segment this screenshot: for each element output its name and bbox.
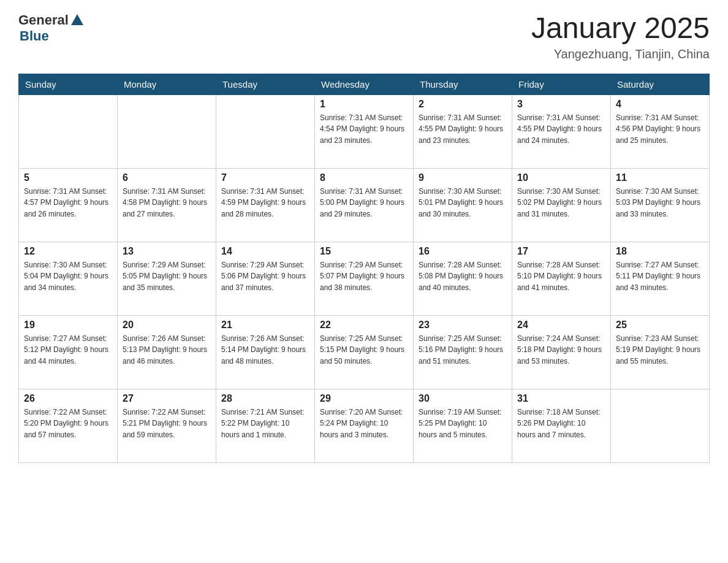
day-number: 28 [221,393,309,404]
day-cell-3: 3Sunrise: 7:31 AM Sunset: 4:55 PM Daylig… [512,94,611,168]
month-title: January 2025 [531,12,710,45]
day-number: 17 [517,246,605,257]
calendar-week-4: 19Sunrise: 7:27 AM Sunset: 5:12 PM Dayli… [19,315,710,389]
day-number: 8 [320,172,408,183]
empty-cell [216,94,315,168]
day-info: Sunrise: 7:27 AM Sunset: 5:11 PM Dayligh… [616,259,704,294]
day-cell-9: 9Sunrise: 7:30 AM Sunset: 5:01 PM Daylig… [414,168,512,242]
day-cell-2: 2Sunrise: 7:31 AM Sunset: 4:55 PM Daylig… [414,94,512,168]
day-header-sunday: Sunday [19,74,118,94]
day-number: 20 [123,320,211,331]
day-info: Sunrise: 7:23 AM Sunset: 5:19 PM Dayligh… [616,333,704,367]
day-number: 22 [320,320,408,331]
day-info: Sunrise: 7:29 AM Sunset: 5:06 PM Dayligh… [221,259,309,294]
day-number: 23 [419,320,507,331]
day-number: 7 [221,172,309,183]
day-info: Sunrise: 7:24 AM Sunset: 5:18 PM Dayligh… [517,333,605,367]
day-cell-28: 28Sunrise: 7:21 AM Sunset: 5:22 PM Dayli… [216,389,315,462]
day-cell-5: 5Sunrise: 7:31 AM Sunset: 4:57 PM Daylig… [19,168,118,242]
day-number: 31 [517,393,605,404]
empty-cell [118,94,216,168]
day-cell-13: 13Sunrise: 7:29 AM Sunset: 5:05 PM Dayli… [118,242,216,315]
calendar-week-1: 1Sunrise: 7:31 AM Sunset: 4:54 PM Daylig… [19,94,710,168]
day-number: 24 [517,320,605,331]
day-info: Sunrise: 7:25 AM Sunset: 5:15 PM Dayligh… [320,333,408,367]
day-cell-29: 29Sunrise: 7:20 AM Sunset: 5:24 PM Dayli… [315,389,414,462]
day-info: Sunrise: 7:28 AM Sunset: 5:10 PM Dayligh… [517,259,605,294]
day-header-saturday: Saturday [611,74,710,94]
day-number: 10 [517,172,605,183]
day-cell-25: 25Sunrise: 7:23 AM Sunset: 5:19 PM Dayli… [611,315,710,389]
day-number: 3 [517,99,605,110]
empty-cell [611,389,710,462]
location-title: Yangezhuang, Tianjin, China [531,47,710,61]
logo-blue-text: Blue [20,28,49,44]
day-cell-31: 31Sunrise: 7:18 AM Sunset: 5:26 PM Dayli… [512,389,611,462]
day-number: 26 [24,393,112,404]
day-header-monday: Monday [118,74,216,94]
day-cell-14: 14Sunrise: 7:29 AM Sunset: 5:06 PM Dayli… [216,242,315,315]
page-header: General Blue January 2025 Yangezhuang, T… [18,12,710,61]
day-info: Sunrise: 7:20 AM Sunset: 5:24 PM Dayligh… [320,407,408,441]
day-info: Sunrise: 7:18 AM Sunset: 5:26 PM Dayligh… [517,407,605,441]
day-info: Sunrise: 7:25 AM Sunset: 5:16 PM Dayligh… [419,333,507,367]
day-header-wednesday: Wednesday [315,74,414,94]
calendar-week-2: 5Sunrise: 7:31 AM Sunset: 4:57 PM Daylig… [19,168,710,242]
day-info: Sunrise: 7:31 AM Sunset: 5:00 PM Dayligh… [320,186,408,220]
day-info: Sunrise: 7:31 AM Sunset: 4:55 PM Dayligh… [517,112,605,147]
day-cell-22: 22Sunrise: 7:25 AM Sunset: 5:15 PM Dayli… [315,315,414,389]
day-info: Sunrise: 7:31 AM Sunset: 4:58 PM Dayligh… [123,186,211,220]
day-number: 16 [419,246,507,257]
day-number: 25 [616,320,704,331]
day-info: Sunrise: 7:28 AM Sunset: 5:08 PM Dayligh… [419,259,507,294]
day-cell-24: 24Sunrise: 7:24 AM Sunset: 5:18 PM Dayli… [512,315,611,389]
day-number: 15 [320,246,408,257]
day-number: 30 [419,393,507,404]
day-cell-30: 30Sunrise: 7:19 AM Sunset: 5:25 PM Dayli… [414,389,512,462]
day-cell-18: 18Sunrise: 7:27 AM Sunset: 5:11 PM Dayli… [611,242,710,315]
header-row: SundayMondayTuesdayWednesdayThursdayFrid… [19,74,710,94]
day-number: 12 [24,246,112,257]
day-cell-16: 16Sunrise: 7:28 AM Sunset: 5:08 PM Dayli… [414,242,512,315]
day-number: 27 [123,393,211,404]
empty-cell [19,94,118,168]
day-info: Sunrise: 7:31 AM Sunset: 4:59 PM Dayligh… [221,186,309,220]
day-cell-17: 17Sunrise: 7:28 AM Sunset: 5:10 PM Dayli… [512,242,611,315]
day-cell-7: 7Sunrise: 7:31 AM Sunset: 4:59 PM Daylig… [216,168,315,242]
logo-general-text: General [18,12,69,28]
day-number: 2 [419,99,507,110]
day-cell-23: 23Sunrise: 7:25 AM Sunset: 5:16 PM Dayli… [414,315,512,389]
logo: General Blue [18,12,85,44]
calendar-header: SundayMondayTuesdayWednesdayThursdayFrid… [19,74,710,94]
day-info: Sunrise: 7:31 AM Sunset: 4:57 PM Dayligh… [24,186,112,220]
day-info: Sunrise: 7:30 AM Sunset: 5:04 PM Dayligh… [24,259,112,294]
day-info: Sunrise: 7:22 AM Sunset: 5:21 PM Dayligh… [123,407,211,441]
day-number: 5 [24,172,112,183]
day-number: 1 [320,99,408,110]
day-number: 4 [616,99,704,110]
day-info: Sunrise: 7:31 AM Sunset: 4:55 PM Dayligh… [419,112,507,147]
day-number: 9 [419,172,507,183]
day-cell-10: 10Sunrise: 7:30 AM Sunset: 5:02 PM Dayli… [512,168,611,242]
day-number: 14 [221,246,309,257]
day-cell-11: 11Sunrise: 7:30 AM Sunset: 5:03 PM Dayli… [611,168,710,242]
day-header-thursday: Thursday [414,74,512,94]
day-info: Sunrise: 7:29 AM Sunset: 5:05 PM Dayligh… [123,259,211,294]
day-cell-6: 6Sunrise: 7:31 AM Sunset: 4:58 PM Daylig… [118,168,216,242]
day-cell-19: 19Sunrise: 7:27 AM Sunset: 5:12 PM Dayli… [19,315,118,389]
day-number: 11 [616,172,704,183]
day-info: Sunrise: 7:31 AM Sunset: 4:54 PM Dayligh… [320,112,408,147]
calendar-week-3: 12Sunrise: 7:30 AM Sunset: 5:04 PM Dayli… [19,242,710,315]
day-info: Sunrise: 7:29 AM Sunset: 5:07 PM Dayligh… [320,259,408,294]
day-header-tuesday: Tuesday [216,74,315,94]
day-cell-27: 27Sunrise: 7:22 AM Sunset: 5:21 PM Dayli… [118,389,216,462]
day-info: Sunrise: 7:30 AM Sunset: 5:01 PM Dayligh… [419,186,507,220]
day-info: Sunrise: 7:21 AM Sunset: 5:22 PM Dayligh… [221,407,309,441]
day-cell-15: 15Sunrise: 7:29 AM Sunset: 5:07 PM Dayli… [315,242,414,315]
day-cell-20: 20Sunrise: 7:26 AM Sunset: 5:13 PM Dayli… [118,315,216,389]
day-cell-21: 21Sunrise: 7:26 AM Sunset: 5:14 PM Dayli… [216,315,315,389]
svg-marker-0 [71,14,83,25]
day-cell-26: 26Sunrise: 7:22 AM Sunset: 5:20 PM Dayli… [19,389,118,462]
day-info: Sunrise: 7:30 AM Sunset: 5:03 PM Dayligh… [616,186,704,220]
day-cell-12: 12Sunrise: 7:30 AM Sunset: 5:04 PM Dayli… [19,242,118,315]
